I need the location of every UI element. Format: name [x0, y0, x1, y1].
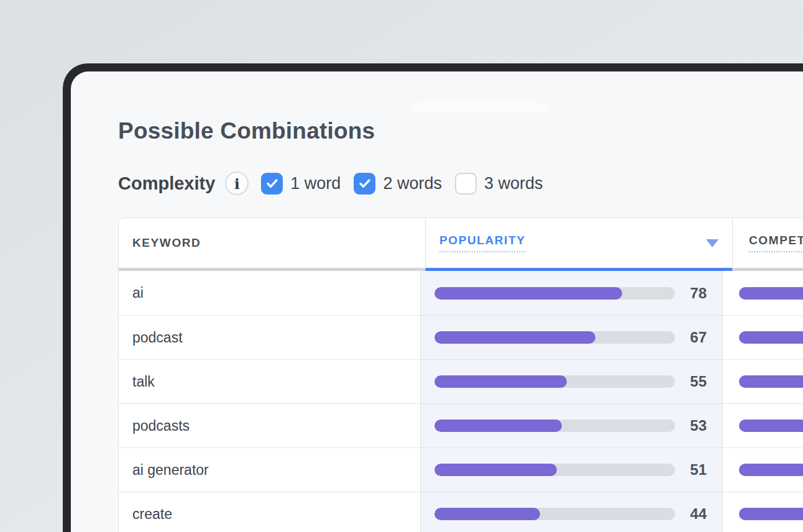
popularity-bar-fill — [434, 508, 540, 520]
checkbox-icon[interactable] — [354, 173, 375, 195]
popularity-bar-track — [434, 375, 675, 388]
checkbox-label: 2 words — [383, 174, 442, 193]
table-body: ai 78 podcast 67 talk — [119, 271, 803, 532]
table-row: ai generator 51 — [119, 447, 803, 492]
popularity-value: 51 — [675, 461, 707, 479]
popularity-value: 55 — [675, 373, 707, 390]
checkbox-label: 3 words — [484, 174, 543, 193]
caret-down-icon — [706, 239, 718, 247]
keyword-cell: podcast — [119, 315, 420, 359]
keyword-cell: talk — [119, 359, 420, 403]
competition-bar-fill — [739, 420, 803, 432]
keyword-text: ai generator — [132, 462, 209, 479]
table-row: ai 78 — [119, 271, 803, 315]
page-background: Possible Combinations Complexity i 1 wor… — [0, 0, 803, 532]
keyword-text: ai — [132, 285, 144, 301]
popularity-cell: 67 — [420, 315, 722, 359]
competition-cell — [722, 492, 803, 532]
popularity-bar-track — [434, 287, 675, 300]
keyword-cell: create — [119, 492, 420, 532]
keyword-text: create — [132, 506, 172, 523]
keyword-cell: ai generator — [119, 447, 420, 492]
popularity-bar-fill — [434, 287, 622, 300]
popularity-bar-fill — [434, 331, 595, 344]
popularity-cell: 55 — [420, 359, 722, 403]
popularity-cell: 51 — [420, 447, 722, 492]
competition-bar-fill — [739, 464, 803, 476]
column-header-popularity[interactable]: POPULARITY — [425, 218, 732, 271]
checkbox-icon[interactable] — [455, 173, 477, 195]
competition-cell — [722, 403, 803, 447]
popularity-bar-fill — [434, 420, 562, 432]
column-header-keyword: KEYWORD — [119, 218, 425, 271]
complexity-checkbox-option[interactable]: 1 word — [261, 173, 341, 195]
checkbox-icon[interactable] — [261, 173, 283, 195]
competition-cell — [722, 315, 803, 359]
popularity-value: 67 — [675, 329, 707, 346]
competition-bar-fill — [739, 508, 803, 520]
competition-cell — [722, 447, 803, 492]
popularity-bar-track — [434, 420, 675, 432]
page-title: Possible Combinations — [118, 118, 375, 144]
table-row: podcast 67 — [119, 315, 803, 359]
competition-cell — [722, 271, 803, 315]
popularity-value: 78 — [675, 285, 707, 302]
competition-bar-fill — [739, 287, 803, 300]
popularity-header-label[interactable]: POPULARITY — [439, 234, 525, 252]
competition-bar-fill — [739, 331, 803, 344]
popularity-value: 44 — [675, 505, 707, 523]
table-row: podcasts 53 — [119, 403, 803, 447]
table-row: create 44 — [119, 492, 803, 532]
keyword-text: podcast — [132, 329, 183, 346]
competition-cell — [722, 359, 803, 403]
popularity-bar-fill — [434, 464, 557, 476]
checkbox-label: 1 word — [290, 174, 341, 193]
competition-header-label[interactable]: COMPETITION — [749, 234, 803, 252]
table-row: talk 55 — [119, 359, 803, 403]
keyword-header-label: KEYWORD — [132, 236, 201, 250]
info-icon[interactable]: i — [225, 172, 249, 195]
complexity-options: 1 word 2 words 3 words — [261, 173, 543, 195]
popularity-bar-track — [434, 464, 675, 476]
popularity-cell: 44 — [420, 492, 722, 532]
column-header-competition[interactable]: COMPETITION — [732, 218, 803, 271]
complexity-label: Complexity — [118, 173, 215, 194]
complexity-checkbox-option[interactable]: 2 words — [354, 173, 442, 195]
highlight-streak — [413, 104, 547, 112]
popularity-cell: 53 — [420, 403, 722, 447]
popularity-bar-track — [434, 331, 675, 344]
popularity-value: 53 — [675, 417, 707, 434]
popularity-cell: 78 — [420, 271, 722, 315]
keywords-table: KEYWORD POPULARITY COMPETITION ai 78 — [118, 218, 803, 532]
popularity-bar-fill — [434, 375, 567, 388]
complexity-filter: Complexity i 1 word 2 words 3 words — [118, 170, 543, 196]
competition-bar-fill — [739, 375, 803, 388]
keyword-text: talk — [132, 374, 155, 390]
keyword-text: podcasts — [132, 418, 190, 434]
table-header-row: KEYWORD POPULARITY COMPETITION — [119, 218, 803, 271]
keyword-cell: podcasts — [119, 403, 420, 447]
popularity-bar-track — [434, 508, 675, 520]
complexity-checkbox-option[interactable]: 3 words — [455, 173, 543, 195]
keyword-cell: ai — [119, 271, 420, 315]
